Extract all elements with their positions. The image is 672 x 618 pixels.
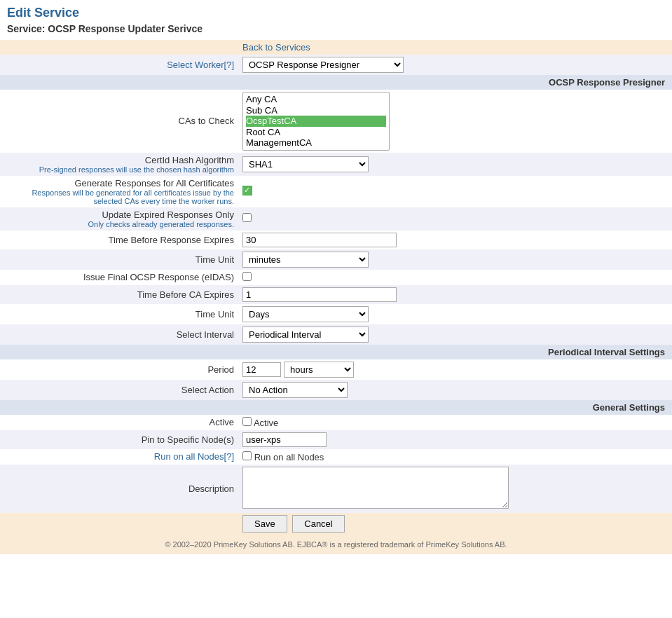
run-all-checkbox-label: Run on all Nodes bbox=[254, 452, 324, 462]
time-unit2-select[interactable]: Minutes Hours Days bbox=[242, 306, 369, 322]
pin-node-input-cell bbox=[238, 430, 672, 449]
ca-option-subca[interactable]: Sub CA bbox=[246, 105, 386, 116]
issue-final-checkbox-cell bbox=[238, 270, 672, 285]
cas-select-cell: Any CA Sub CA OcspTestCA Root CA Managem… bbox=[238, 90, 672, 153]
time-before-expires-label: Time Before Response Expires bbox=[0, 231, 238, 249]
update-expired-checkbox[interactable] bbox=[242, 213, 252, 222]
time-before-expires-value-cell bbox=[238, 231, 672, 249]
select-interval-select[interactable]: Periodical Interval Daily Interval Weekl… bbox=[242, 327, 369, 343]
time-before-ca-input[interactable] bbox=[242, 287, 397, 302]
certid-hash-select[interactable]: SHA1 SHA256 SHA384 SHA512 bbox=[242, 156, 369, 172]
issue-final-checkbox[interactable] bbox=[242, 272, 252, 281]
gen-responses-checkbox-cell bbox=[238, 176, 672, 207]
update-expired-checkbox-cell bbox=[238, 207, 672, 231]
pin-node-label: Pin to Specific Node(s) bbox=[0, 430, 238, 449]
ca-option-rootca[interactable]: Root CA bbox=[246, 127, 386, 138]
worker-help-link[interactable]: Select Worker[?] bbox=[167, 60, 234, 70]
time-before-ca-value-cell bbox=[238, 285, 672, 304]
certid-select-cell: SHA1 SHA256 SHA384 SHA512 bbox=[238, 153, 672, 176]
buttons-cell: Save Cancel bbox=[238, 513, 672, 535]
worker-select[interactable]: OCSP Response Presigner bbox=[242, 57, 404, 73]
run-all-checkbox[interactable] bbox=[242, 451, 252, 460]
gen-responses-checked-icon bbox=[242, 186, 252, 195]
select-action-cell: No Action Mail Log bbox=[238, 380, 672, 400]
period-label: Period bbox=[0, 359, 238, 380]
update-expired-label: Update Expired Responses Only bbox=[4, 210, 234, 220]
gen-responses-label-cell: Generate Responses for All Certificates … bbox=[0, 176, 238, 207]
issue-final-label: Issue Final OCSP Response (eIDAS) bbox=[0, 270, 238, 285]
time-unit-label: Time Unit bbox=[0, 249, 238, 270]
description-label: Description bbox=[0, 465, 238, 513]
select-action-select[interactable]: No Action Mail Log bbox=[242, 382, 348, 398]
certid-label: CertId Hash Algorithm bbox=[4, 155, 234, 165]
worker-section-header: OCSP Response Presigner bbox=[0, 75, 672, 90]
footer-text: © 2002–2020 PrimeKey Solutions AB. EJBCA… bbox=[0, 535, 672, 554]
run-all-help-link[interactable]: Run on all Nodes[?] bbox=[154, 451, 234, 462]
cas-listbox[interactable]: Any CA Sub CA OcspTestCA Root CA Managem… bbox=[242, 92, 390, 151]
period-input[interactable] bbox=[242, 362, 281, 377]
certid-label-cell: CertId Hash Algorithm Pre-signed respons… bbox=[0, 153, 238, 176]
ca-option-anyca[interactable]: Any CA bbox=[246, 94, 386, 105]
time-unit-select[interactable]: minutes hours days bbox=[242, 252, 369, 268]
back-to-services-link[interactable]: Back to Services bbox=[242, 42, 310, 53]
time-before-expires-input[interactable] bbox=[242, 233, 397, 247]
period-unit-select[interactable]: seconds minutes hours days bbox=[284, 362, 354, 378]
update-expired-hint: Only checks already generated responses. bbox=[4, 220, 234, 228]
description-textarea-cell bbox=[238, 465, 672, 513]
worker-select-cell: OCSP Response Presigner bbox=[238, 55, 672, 75]
page-title: Edit Service bbox=[0, 0, 672, 23]
gen-responses-label: Generate Responses for All Certificates bbox=[4, 178, 234, 188]
update-expired-label-cell: Update Expired Responses Only Only check… bbox=[0, 207, 238, 231]
run-all-label: Run on all Nodes[?] bbox=[0, 449, 238, 465]
save-button[interactable]: Save bbox=[242, 515, 287, 533]
time-unit-select-cell: minutes hours days bbox=[238, 249, 672, 270]
active-checkbox-cell: Active bbox=[238, 415, 672, 430]
gen-responses-hint: Responses will be generated for all cert… bbox=[4, 188, 234, 205]
select-interval-label: Select Interval bbox=[0, 324, 238, 345]
buttons-label-cell bbox=[0, 513, 238, 535]
active-label: Active bbox=[0, 415, 238, 430]
period-value-cell: seconds minutes hours days bbox=[238, 359, 672, 380]
interval-settings-header: Periodical Interval Settings bbox=[0, 345, 672, 359]
description-textarea[interactable] bbox=[242, 467, 509, 509]
general-settings-header: General Settings bbox=[0, 400, 672, 415]
time-unit2-label: Time Unit bbox=[0, 304, 238, 324]
page-subtitle: Service: OCSP Response Updater Serivce bbox=[0, 23, 672, 40]
select-action-label: Select Action bbox=[0, 380, 238, 400]
time-unit2-select-cell: Minutes Hours Days bbox=[238, 304, 672, 324]
cas-label: CAs to Check bbox=[0, 90, 238, 153]
back-link-cell: Back to Services bbox=[238, 40, 672, 55]
empty-label bbox=[0, 40, 238, 55]
ca-option-managementca[interactable]: ManagementCA bbox=[246, 137, 386, 149]
pin-node-input[interactable] bbox=[242, 432, 327, 447]
cancel-button[interactable]: Cancel bbox=[292, 515, 344, 533]
active-checkbox[interactable] bbox=[242, 417, 252, 426]
run-all-checkbox-cell: Run on all Nodes bbox=[238, 449, 672, 465]
active-checkbox-label: Active bbox=[254, 418, 278, 428]
time-before-ca-label: Time Before CA Expires bbox=[0, 285, 238, 304]
worker-label: Select Worker[?] bbox=[0, 55, 238, 75]
select-interval-cell: Periodical Interval Daily Interval Weekl… bbox=[238, 324, 672, 345]
certid-hint: Pre-signed responses will use the chosen… bbox=[4, 165, 234, 174]
ca-option-ocsptestca[interactable]: OcspTestCA bbox=[246, 116, 386, 127]
